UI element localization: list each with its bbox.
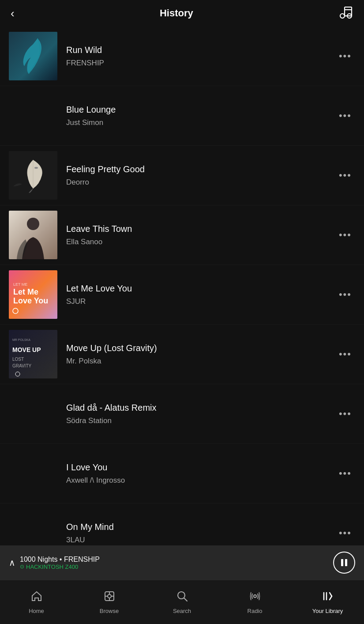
track-artist: Deorro <box>66 178 335 187</box>
svg-point-33 <box>254 595 256 598</box>
svg-rect-23 <box>341 559 343 566</box>
track-info: Blue LoungeJust Simon <box>66 105 335 127</box>
track-item[interactable]: Glad då - Alatus RemixSödra Station••• <box>0 384 364 444</box>
track-info: Glad då - Alatus RemixSödra Station <box>66 403 335 425</box>
track-artist: 3LAU <box>66 536 335 545</box>
svg-point-31 <box>178 592 185 599</box>
track-item[interactable]: Leave This TownElla Sanoo••• <box>0 205 364 265</box>
track-artwork-move-up: MR POLSKA MOVE UP LOST GRAVITY <box>9 330 57 378</box>
track-artwork-run-wild <box>9 32 57 80</box>
svg-text:GRAVITY: GRAVITY <box>12 363 31 368</box>
track-name: Feeling Pretty Good <box>66 164 335 174</box>
track-artist: SJUR <box>66 297 335 306</box>
track-name: Let Me Love You <box>66 284 335 294</box>
track-info: Let Me Love YouSJUR <box>66 284 335 306</box>
track-artwork-let-me-love-you: LET ME Let Me Love You <box>9 270 57 319</box>
track-info: On My Mind3LAU <box>66 522 335 545</box>
svg-text:Let Me: Let Me <box>13 287 38 296</box>
track-more-button[interactable]: ••• <box>335 285 355 304</box>
svg-point-26 <box>108 594 111 598</box>
now-playing-bar[interactable]: ∧ 1000 Nights • FRENSHIP ⊙ HACKINTOSH Z4… <box>0 545 364 580</box>
bottom-nav: Home Browse Search <box>0 580 364 624</box>
header: ‹ History <box>0 0 364 26</box>
page-title: History <box>160 8 193 19</box>
track-info: Move Up (Lost Gravity)Mr. Polska <box>66 343 335 366</box>
track-name: Run Wild <box>66 45 335 55</box>
track-item[interactable]: Blue LoungeJust Simon••• <box>0 86 364 146</box>
track-more-button[interactable]: ••• <box>335 47 355 65</box>
track-more-button[interactable]: ••• <box>335 405 355 423</box>
nav-item-search[interactable]: Search <box>146 590 218 614</box>
svg-text:Love You: Love You <box>13 296 48 305</box>
nav-item-home[interactable]: Home <box>0 590 73 614</box>
track-artwork-blue-lounge <box>9 91 57 140</box>
track-more-button[interactable]: ••• <box>335 106 355 125</box>
nav-label-browse: Browse <box>100 608 119 614</box>
svg-point-0 <box>340 14 345 18</box>
svg-rect-17 <box>9 330 57 378</box>
nav-label-search: Search <box>173 608 191 614</box>
track-artwork-glad-da <box>9 390 57 438</box>
track-more-button[interactable]: ••• <box>335 524 355 542</box>
track-info: I Love YouAxwell /\ Ingrosso <box>66 462 335 485</box>
track-info: Feeling Pretty GoodDeorro <box>66 164 335 187</box>
nav-label-home: Home <box>29 608 44 614</box>
track-artist: Södra Station <box>66 416 335 425</box>
track-name: Leave This Town <box>66 224 335 234</box>
svg-rect-24 <box>345 559 347 566</box>
track-item[interactable]: I Love YouAxwell /\ Ingrosso••• <box>0 444 364 503</box>
track-item[interactable]: Run WildFRENSHIP••• <box>0 26 364 86</box>
music-icon <box>338 5 353 21</box>
radio-icon <box>249 590 261 605</box>
track-artwork-i-love-you <box>9 449 57 498</box>
back-button[interactable]: ‹ <box>11 7 15 20</box>
now-playing-track: 1000 Nights • FRENSHIP <box>20 556 100 563</box>
home-icon <box>30 590 43 605</box>
svg-text:MOVE UP: MOVE UP <box>12 346 41 353</box>
track-more-button[interactable]: ••• <box>335 166 355 185</box>
now-playing-chevron[interactable]: ∧ <box>9 557 15 568</box>
pause-button[interactable] <box>333 552 355 574</box>
device-icon: ⊙ <box>20 563 24 570</box>
track-info: Leave This TownElla Sanoo <box>66 224 335 246</box>
track-item[interactable]: MR POLSKA MOVE UP LOST GRAVITY Move Up (… <box>0 325 364 384</box>
track-artist: Just Simon <box>66 118 335 127</box>
track-name: On My Mind <box>66 522 335 532</box>
track-artist: Mr. Polska <box>66 357 335 366</box>
track-info: Run WildFRENSHIP <box>66 45 335 68</box>
svg-line-36 <box>330 593 332 596</box>
track-name: Blue Lounge <box>66 105 335 115</box>
track-more-button[interactable]: ••• <box>335 464 355 483</box>
svg-text:MR POLSKA: MR POLSKA <box>12 338 30 341</box>
now-playing-left: ∧ 1000 Nights • FRENSHIP ⊙ HACKINTOSH Z4… <box>9 556 100 570</box>
track-artist: Ella Sanoo <box>66 238 335 246</box>
track-more-button[interactable]: ••• <box>335 226 355 244</box>
track-item[interactable]: Feeling Pretty GoodDeorro••• <box>0 146 364 205</box>
nav-item-browse[interactable]: Browse <box>73 590 146 614</box>
svg-line-32 <box>184 598 187 601</box>
svg-text:LOST: LOST <box>12 357 24 362</box>
svg-point-11 <box>27 218 39 230</box>
svg-text:LET ME: LET ME <box>13 282 27 287</box>
track-artwork-feeling-pretty-good <box>9 151 57 200</box>
nav-item-radio[interactable]: Radio <box>218 590 291 614</box>
svg-line-37 <box>330 596 332 600</box>
track-item[interactable]: LET ME Let Me Love You Let Me Love YouSJ… <box>0 265 364 325</box>
track-list: Run WildFRENSHIP•••Blue LoungeJust Simon… <box>0 26 364 624</box>
nav-label-your-library: Your Library <box>312 608 343 614</box>
library-icon <box>322 590 334 605</box>
track-artwork-leave-this-town <box>9 211 57 259</box>
search-icon <box>176 590 188 605</box>
now-playing-device: ⊙ HACKINTOSH Z400 <box>20 563 100 570</box>
track-name: Glad då - Alatus Remix <box>66 403 335 413</box>
nav-item-your-library[interactable]: Your Library <box>291 590 364 614</box>
track-name: I Love You <box>66 462 335 473</box>
track-name: Move Up (Lost Gravity) <box>66 343 335 353</box>
now-playing-info: 1000 Nights • FRENSHIP ⊙ HACKINTOSH Z400 <box>20 556 100 570</box>
nav-label-radio: Radio <box>248 608 263 614</box>
track-artist: FRENSHIP <box>66 59 335 68</box>
svg-point-9 <box>34 167 38 169</box>
browse-icon <box>103 590 116 605</box>
track-artist: Axwell /\ Ingrosso <box>66 476 335 485</box>
track-more-button[interactable]: ••• <box>335 345 355 363</box>
